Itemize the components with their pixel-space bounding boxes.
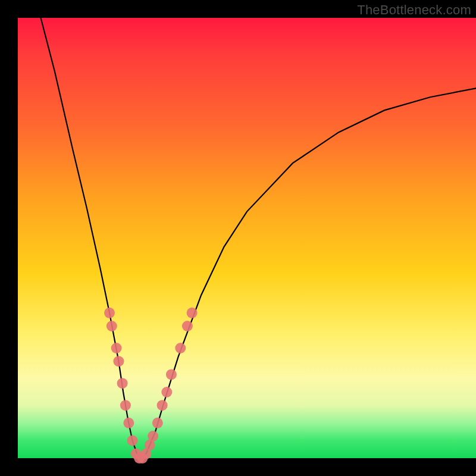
plot-area	[18, 18, 476, 458]
data-point-dot	[166, 369, 177, 380]
curve-svg	[18, 18, 476, 458]
data-point-dot	[175, 343, 186, 353]
bottleneck-curve-path	[41, 18, 477, 458]
dots-layer	[104, 308, 198, 464]
data-point-dot	[104, 308, 115, 318]
data-point-dot	[182, 321, 193, 331]
curve-layer	[41, 18, 477, 458]
chart-frame: TheBottleneck.com	[0, 0, 476, 476]
data-point-dot	[187, 308, 198, 318]
data-point-dot	[123, 418, 134, 428]
data-point-dot	[127, 435, 138, 446]
data-point-dot	[120, 400, 131, 411]
data-point-dot	[111, 343, 122, 353]
data-point-dot	[117, 378, 128, 389]
data-point-dot	[113, 356, 124, 367]
watermark-text: TheBottleneck.com	[357, 2, 471, 18]
data-point-dot	[157, 400, 168, 411]
data-point-dot	[148, 431, 158, 441]
data-point-dot	[107, 321, 117, 331]
data-point-dot	[152, 418, 163, 428]
data-point-dot	[161, 387, 172, 397]
